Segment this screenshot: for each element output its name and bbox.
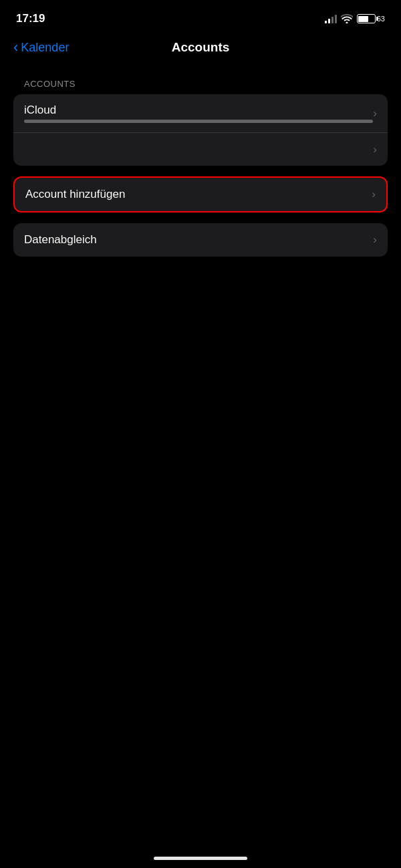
- icloud-chevron-icon: ›: [373, 107, 377, 120]
- back-label: Kalender: [21, 41, 69, 55]
- icloud-progress-bar: [24, 120, 373, 123]
- battery-icon: [357, 14, 376, 23]
- status-time: 17:19: [16, 12, 45, 25]
- data-sync-group: Datenabgleich ›: [13, 223, 388, 257]
- wifi-icon: [341, 14, 353, 23]
- second-account-list-item[interactable]: ›: [13, 132, 388, 166]
- battery-indicator: 63: [357, 14, 385, 23]
- back-chevron-icon: ‹: [13, 40, 18, 55]
- accounts-section-label: ACCOUNTS: [13, 79, 388, 89]
- signal-icon: [325, 14, 337, 23]
- add-account-chevron-icon: ›: [372, 188, 376, 201]
- add-account-label: Account hinzufügen: [25, 188, 125, 201]
- icloud-list-item[interactable]: iCloud ›: [13, 94, 388, 132]
- status-icons: 63: [325, 14, 385, 23]
- add-account-list-item[interactable]: Account hinzufügen ›: [15, 178, 386, 211]
- accounts-list-group: iCloud › ›: [13, 94, 388, 166]
- home-indicator: [154, 857, 247, 860]
- icloud-label: iCloud: [24, 104, 56, 116]
- content-area: ACCOUNTS iCloud › › Account hinzufügen ›…: [0, 65, 401, 257]
- add-account-group: Account hinzufügen ›: [13, 176, 388, 212]
- data-sync-label: Datenabgleich: [24, 233, 97, 247]
- back-button[interactable]: ‹ Kalender: [13, 41, 69, 55]
- second-account-chevron-icon: ›: [373, 143, 377, 156]
- status-bar: 17:19 63: [0, 0, 401, 33]
- page-title: Accounts: [172, 40, 230, 55]
- data-sync-list-item[interactable]: Datenabgleich ›: [13, 223, 388, 257]
- icloud-content: iCloud: [24, 104, 373, 123]
- nav-bar: ‹ Kalender Accounts: [0, 33, 401, 65]
- data-sync-chevron-icon: ›: [373, 233, 377, 247]
